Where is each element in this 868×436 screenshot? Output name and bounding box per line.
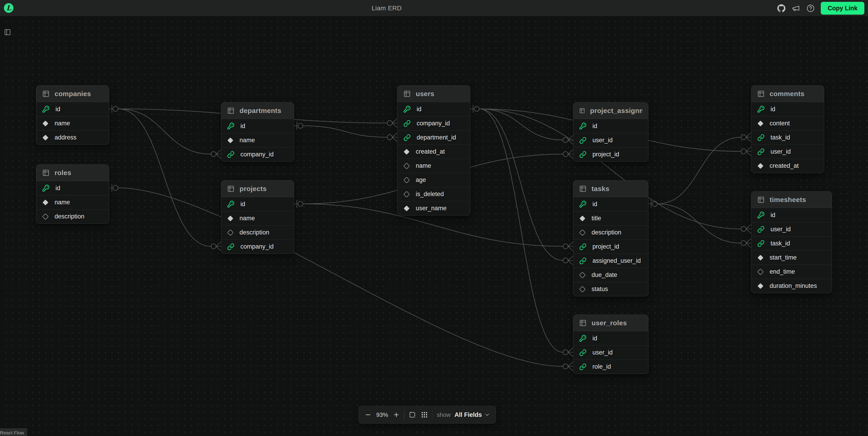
table-comments[interactable]: commentsidcontenttask_iduser_idcreated_a… [751, 85, 824, 173]
column-row-timesheets-task_id[interactable]: task_id [751, 236, 832, 250]
column-row-comments-content[interactable]: content [751, 116, 824, 130]
help-icon [807, 4, 814, 12]
table-header[interactable]: departments [221, 102, 294, 119]
fit-view-button[interactable] [408, 410, 417, 419]
not-null-icon [757, 254, 764, 261]
table-title: timesheets [770, 196, 806, 204]
table-header[interactable]: tasks [573, 181, 648, 197]
zoom-out-button[interactable] [364, 410, 372, 419]
column-row-users-id[interactable]: id [398, 102, 470, 116]
column-name: age [416, 177, 426, 184]
zoom-in-button[interactable] [392, 410, 401, 419]
primary-key-icon [757, 105, 765, 113]
sidebar-toggle-button[interactable] [4, 28, 11, 36]
column-row-users-created_at[interactable]: created_at [398, 145, 470, 159]
copy-link-button[interactable]: Copy Link [821, 2, 864, 14]
table-title: comments [770, 90, 804, 98]
column-row-departments-name[interactable]: name [221, 133, 294, 147]
column-row-tasks-id[interactable]: id [573, 197, 648, 211]
minus-icon [365, 411, 371, 418]
table-departments[interactable]: departmentsidnamecompany_id [221, 102, 294, 162]
column-row-tasks-assigned_user_id[interactable]: assigned_user_id [573, 254, 648, 268]
foreign-key-icon [579, 151, 587, 158]
github-button[interactable] [777, 4, 785, 12]
reactflow-attribution[interactable]: React Flow [0, 428, 27, 436]
column-row-projects-id[interactable]: id [221, 197, 294, 211]
column-row-comments-user_id[interactable]: user_id [751, 145, 824, 159]
table-timesheets[interactable]: timesheetsiduser_idtask_idstart_timeend_… [751, 191, 832, 293]
column-row-timesheets-duration_minutes[interactable]: duration_minutes [751, 279, 832, 293]
table-header[interactable]: projects [221, 181, 294, 197]
column-row-timesheets-end_time[interactable]: end_time [751, 264, 832, 279]
foreign-key-icon [757, 148, 765, 155]
table-user_roles[interactable]: user_rolesiduser_idrole_id [573, 315, 648, 374]
column-row-tasks-status[interactable]: status [573, 282, 648, 296]
column-row-tasks-project_id[interactable]: project_id [573, 240, 648, 254]
table-header[interactable]: user_roles [573, 315, 648, 331]
foreign-key-icon [579, 137, 587, 144]
column-row-departments-company_id[interactable]: company_id [221, 147, 294, 161]
table-header[interactable]: comments [751, 86, 824, 102]
column-row-user_roles-role_id[interactable]: role_id [573, 360, 648, 374]
table-header[interactable]: users [398, 86, 470, 102]
column-row-projects-name[interactable]: name [221, 211, 294, 225]
column-row-user_roles-id[interactable]: id [573, 331, 648, 345]
tidy-up-button[interactable] [420, 410, 429, 419]
column-row-tasks-title[interactable]: title [573, 211, 648, 225]
column-row-roles-name[interactable]: name [36, 195, 109, 209]
table-icon [579, 319, 587, 326]
column-name: description [592, 229, 621, 236]
column-row-timesheets-start_time[interactable]: start_time [751, 250, 832, 264]
column-row-users-is_deleted[interactable]: is_deleted [398, 187, 470, 201]
column-row-project_assignments-project_id[interactable]: project_id [573, 147, 648, 161]
column-row-timesheets-id[interactable]: id [751, 208, 832, 222]
column-row-roles-id[interactable]: id [36, 181, 109, 195]
column-row-project_assignments-id[interactable]: id [573, 119, 648, 133]
table-project_assignments[interactable]: project_assignme...iduser_idproject_id [573, 102, 648, 162]
table-companies[interactable]: companiesidnameaddress [36, 85, 109, 145]
column-row-roles-description[interactable]: description [36, 209, 109, 223]
column-row-timesheets-user_id[interactable]: user_id [751, 222, 832, 236]
column-row-comments-created_at[interactable]: created_at [751, 159, 824, 173]
table-roles[interactable]: rolesidnamedescription [36, 164, 109, 224]
column-name: is_deleted [416, 191, 444, 198]
table-icon [42, 90, 50, 97]
column-row-projects-company_id[interactable]: company_id [221, 240, 294, 254]
table-header[interactable]: timesheets [751, 191, 832, 208]
column-row-users-department_id[interactable]: department_id [398, 130, 470, 145]
column-row-tasks-description[interactable]: description [573, 225, 648, 240]
table-title: departments [240, 107, 281, 115]
column-row-project_assignments-user_id[interactable]: user_id [573, 133, 648, 147]
column-row-departments-id[interactable]: id [221, 119, 294, 133]
not-null-icon [403, 149, 410, 155]
liam-logo[interactable]: L [4, 3, 13, 13]
erd-canvas[interactable]: companiesidnameaddressrolesidnamedescrip… [0, 17, 868, 436]
column-row-tasks-due_date[interactable]: due_date [573, 268, 648, 282]
announcements-button[interactable] [792, 4, 800, 12]
github-icon [777, 4, 785, 12]
column-row-companies-id[interactable]: id [36, 102, 109, 116]
column-row-comments-task_id[interactable]: task_id [751, 130, 824, 145]
column-row-comments-id[interactable]: id [751, 102, 824, 116]
column-row-users-name[interactable]: name [398, 159, 470, 173]
column-row-users-company_id[interactable]: company_id [398, 116, 470, 130]
column-row-companies-address[interactable]: address [36, 130, 109, 145]
column-row-users-age[interactable]: age [398, 173, 470, 187]
table-header[interactable]: roles [36, 164, 109, 181]
column-row-user_roles-user_id[interactable]: user_id [573, 345, 648, 360]
table-header[interactable]: project_assignme... [573, 102, 648, 119]
column-row-companies-name[interactable]: name [36, 116, 109, 130]
table-projects[interactable]: projectsidnamedescriptioncompany_id [221, 180, 294, 254]
help-button[interactable] [806, 4, 815, 12]
column-name: assigned_user_id [592, 257, 641, 264]
nullable-icon [757, 269, 764, 275]
column-row-users-user_name[interactable]: user_name [398, 201, 470, 215]
column-row-projects-description[interactable]: description [221, 225, 294, 240]
fields-visibility-dropdown[interactable]: All Fields [454, 411, 491, 418]
chevron-down-icon [484, 412, 490, 418]
table-users[interactable]: usersidcompany_iddepartment_idcreated_at… [397, 85, 470, 216]
table-header[interactable]: companies [36, 86, 109, 102]
column-name: company_id [240, 243, 274, 250]
nullable-icon [227, 229, 234, 236]
table-tasks[interactable]: tasksidtitledescriptionproject_idassigne… [573, 180, 648, 296]
